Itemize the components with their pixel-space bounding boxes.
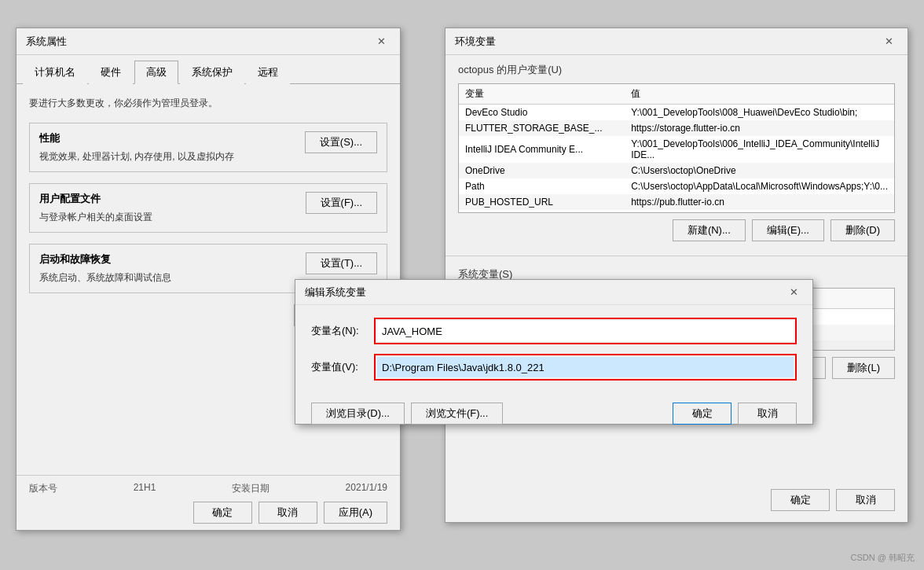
sys-props-close-button[interactable]: ✕ [372, 34, 390, 49]
user-vars-section: octopus 的用户变量(U) 变量 值 DevEco StudioY:\00… [446, 55, 908, 249]
edit-var-cancel-button[interactable]: 取消 [738, 403, 797, 425]
tab-sys-protection[interactable]: 系统保护 [180, 61, 244, 84]
dialog-right-buttons: 确定 取消 [673, 403, 797, 425]
user-var-value: https://pub.flutter-io.cn [625, 194, 894, 210]
install-value: 2021/1/19 [346, 482, 387, 495]
edit-var-ok-button[interactable]: 确定 [673, 403, 732, 425]
user-var-name: PyCharm Community Editi... [459, 210, 625, 213]
startup-desc: 系统启动、系统故障和调试信息 [39, 271, 171, 285]
var-name-row: 变量名(N): [311, 318, 797, 344]
perf-desc: 视觉效果, 处理器计划, 内存使用, 以及虚拟内存 [39, 150, 234, 164]
edit-var-titlebar: 编辑系统变量 ✕ [295, 280, 812, 305]
sys-props-ok-button[interactable]: 确定 [193, 502, 252, 524]
tab-hardware[interactable]: 硬件 [89, 61, 133, 84]
user-vars-buttons: 新建(N)... 编辑(E)... 删除(D) [458, 219, 895, 241]
perf-title: 性能 [39, 131, 234, 145]
user-var-row[interactable]: IntelliJ IDEA Community E...Y:\001_Devel… [459, 136, 894, 163]
user-var-name: Path [459, 178, 625, 194]
edit-var-close-button[interactable]: ✕ [785, 285, 803, 300]
profile-section: 用户配置文件 与登录帐户相关的桌面设置 设置(F)... [29, 183, 387, 233]
user-var-name: IntelliJ IDEA Community E... [459, 136, 625, 163]
delete-sys-var-button[interactable]: 删除(L) [832, 357, 895, 379]
var-name-input[interactable] [377, 321, 794, 341]
user-var-name: PUB_HOSTED_URL [459, 194, 625, 210]
edit-var-content: 变量名(N): 变量值(V): [295, 305, 812, 403]
tab-computer-name[interactable]: 计算机名 [23, 61, 87, 84]
tab-advanced[interactable]: 高级 [134, 61, 178, 84]
env-vars-close-button[interactable]: ✕ [880, 34, 898, 49]
env-vars-window: 环境变量 ✕ octopus 的用户变量(U) 变量 值 DevEco Stud… [445, 28, 908, 523]
profile-desc: 与登录帐户相关的桌面设置 [39, 211, 152, 224]
env-divider [446, 256, 908, 256]
user-var-row[interactable]: PathC:\Users\octop\AppData\Local\Microso… [459, 178, 894, 194]
startup-title: 启动和故障恢复 [39, 252, 171, 267]
sys-props-cancel-button[interactable]: 取消 [258, 502, 317, 524]
user-var-row[interactable]: DevEco StudioY:\001_DevelopTools\008_Hua… [459, 105, 894, 121]
user-vars-title: octopus 的用户变量(U) [458, 63, 895, 77]
env-vars-title: 环境变量 [455, 35, 496, 49]
install-label: 安装日期 [232, 482, 270, 495]
sys-props-tabs: 计算机名 硬件 高级 系统保护 远程 [16, 55, 400, 84]
user-var-value: Y:\001_DevelopTools\006_IntelliJ_IDEA_Co… [625, 136, 894, 163]
startup-settings-button[interactable]: 设置(T)... [306, 252, 377, 274]
user-var-value: Y:\001_DevelopTools\008_Huawei\DevEco St… [625, 105, 894, 121]
sys-props-title: 系统属性 [26, 35, 67, 49]
edit-var-title: 编辑系统变量 [305, 285, 366, 300]
var-value-label: 变量值(V): [311, 360, 374, 374]
perf-settings-button[interactable]: 设置(S)... [305, 131, 377, 153]
user-var-row[interactable]: OneDriveC:\Users\octop\OneDrive [459, 163, 894, 178]
var-name-box [374, 318, 797, 344]
var-value-box [374, 354, 797, 381]
new-user-var-button[interactable]: 新建(N)... [673, 219, 746, 241]
user-vars-table-container[interactable]: 变量 值 DevEco StudioY:\001_DevelopTools\00… [458, 83, 895, 213]
val-header: 值 [625, 84, 894, 105]
user-var-value: C:\Users\octop\OneDrive [625, 163, 894, 178]
user-var-name: DevEco Studio [459, 105, 625, 121]
user-var-value: C:\Users\octop\AppData\Local\Microsoft\W… [625, 178, 894, 194]
sys-props-apply-button[interactable]: 应用(A) [324, 502, 387, 524]
user-var-value: https://storage.flutter-io.cn [625, 120, 894, 136]
user-var-value: Y:\001_DevelopTools\016_PyCharm\PyCharm … [625, 210, 894, 213]
edit-user-var-button[interactable]: 编辑(E)... [752, 219, 824, 241]
user-var-row[interactable]: PyCharm Community Editi...Y:\001_Develop… [459, 210, 894, 213]
version-label: 版本号 [29, 482, 57, 495]
perf-section: 性能 视觉效果, 处理器计划, 内存使用, 以及虚拟内存 设置(S)... [29, 123, 387, 172]
browse-file-button[interactable]: 浏览文件(F)... [411, 403, 503, 425]
watermark: CSDN @ 韩昭充 [851, 552, 915, 564]
env-vars-titlebar: 环境变量 ✕ [446, 28, 908, 55]
var-header: 变量 [459, 84, 625, 105]
sys-props-titlebar: 系统属性 ✕ [16, 28, 400, 55]
browse-dir-button[interactable]: 浏览目录(D)... [311, 403, 405, 425]
delete-user-var-button[interactable]: 删除(D) [830, 219, 895, 241]
var-value-row: 变量值(V): [311, 354, 797, 381]
profile-settings-button[interactable]: 设置(F)... [306, 192, 377, 214]
tab-remote[interactable]: 远程 [246, 61, 290, 84]
user-var-row[interactable]: PUB_HOSTED_URLhttps://pub.flutter-io.cn [459, 194, 894, 210]
profile-title: 用户配置文件 [39, 192, 152, 206]
dialog-buttons: 浏览目录(D)... 浏览文件(F)... 确定 取消 [295, 403, 812, 432]
user-var-row[interactable]: FLUTTER_STORAGE_BASE_...https://storage.… [459, 120, 894, 136]
user-vars-table: 变量 值 DevEco StudioY:\001_DevelopTools\00… [459, 84, 894, 213]
var-value-input[interactable] [377, 357, 794, 377]
edit-var-dialog: 编辑系统变量 ✕ 变量名(N): 变量值(V): 浏览目录(D)... 浏览文件… [295, 279, 813, 425]
env-vars-ok-button[interactable]: 确定 [771, 489, 830, 511]
var-name-label: 变量名(N): [311, 324, 374, 338]
env-vars-cancel-button[interactable]: 取消 [836, 489, 895, 511]
user-var-name: OneDrive [459, 163, 625, 178]
admin-note: 要进行大多数更改，你必须作为管理员登录。 [29, 97, 387, 110]
version-value: 21H1 [134, 482, 156, 495]
user-var-name: FLUTTER_STORAGE_BASE_... [459, 120, 625, 136]
